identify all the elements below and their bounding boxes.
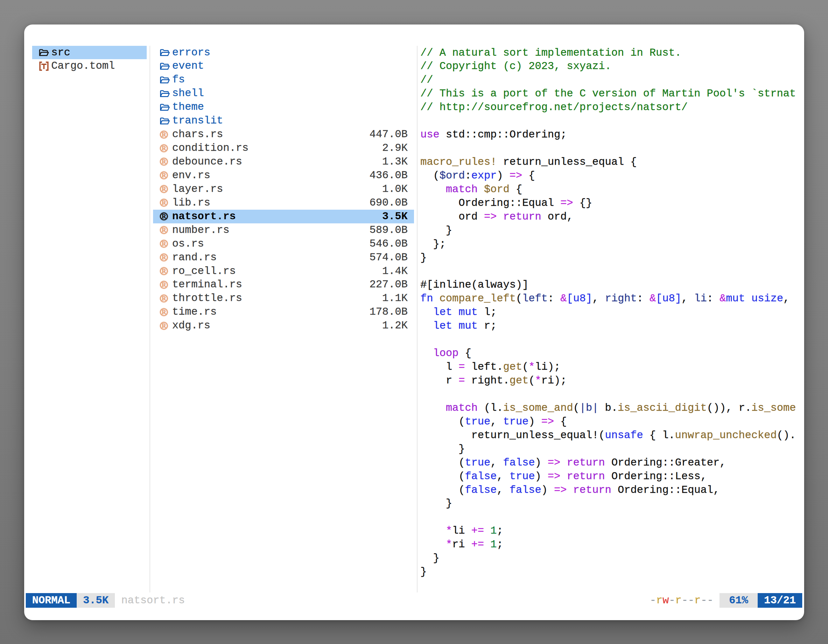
svg-text:R: R: [162, 309, 166, 315]
svg-text:R: R: [162, 213, 166, 219]
svg-text:R: R: [162, 186, 166, 193]
svg-text:R: R: [162, 268, 166, 274]
svg-text:R: R: [162, 158, 166, 165]
svg-text:R: R: [162, 172, 166, 179]
svg-text:R: R: [162, 227, 166, 233]
svg-text:R: R: [162, 281, 166, 288]
svg-text:R: R: [162, 322, 166, 329]
svg-text:R: R: [162, 295, 166, 302]
svg-text:R: R: [162, 254, 166, 260]
svg-text:R: R: [162, 199, 166, 206]
svg-text:R: R: [162, 145, 166, 152]
svg-text:R: R: [162, 131, 166, 138]
svg-text:R: R: [162, 240, 166, 247]
